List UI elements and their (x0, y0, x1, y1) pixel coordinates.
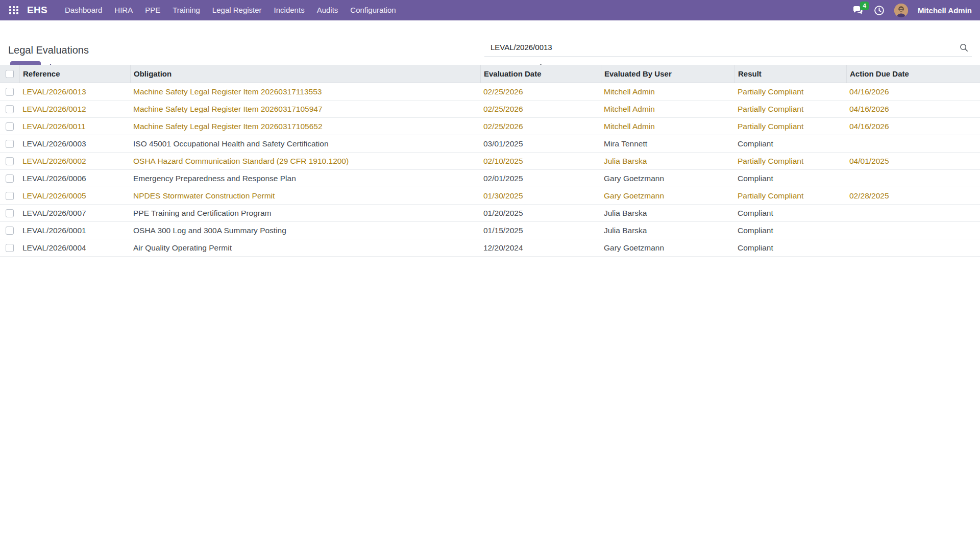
cell-evaluated-by[interactable]: Julia Barska (601, 226, 734, 235)
cell-result[interactable]: Partially Compliant (734, 87, 846, 96)
menu-item-ppe[interactable]: PPE (139, 0, 166, 20)
table-row[interactable]: LEVAL/2026/0002 OSHA Hazard Communicatio… (0, 153, 980, 170)
cell-reference[interactable]: LEVAL/2026/0005 (19, 191, 130, 201)
messages-icon[interactable]: 4 (852, 4, 864, 16)
row-select-cell (0, 192, 19, 200)
cell-result[interactable]: Compliant (734, 139, 846, 148)
app-name[interactable]: EHS (27, 5, 47, 16)
column-header-reference[interactable]: Reference (19, 65, 130, 83)
cell-result[interactable]: Compliant (734, 226, 846, 235)
table-row[interactable]: LEVAL/2026/0003 ISO 45001 Occupational H… (0, 135, 980, 153)
cell-result[interactable]: Partially Compliant (734, 122, 846, 131)
column-header-result[interactable]: Result (734, 65, 846, 83)
cell-evaluation-date[interactable]: 01/15/2025 (480, 226, 601, 235)
column-header-evaluation-date[interactable]: Evaluation Date (480, 65, 601, 83)
menu-item-legal-register[interactable]: Legal Register (206, 0, 268, 20)
cell-evaluation-date[interactable]: 02/25/2026 (480, 105, 601, 114)
cell-reference[interactable]: LEVAL/2026/0004 (19, 243, 130, 253)
column-header-evaluated-by[interactable]: Evaluated By User (601, 65, 734, 83)
row-checkbox[interactable] (6, 88, 14, 96)
cell-result[interactable]: Partially Compliant (734, 191, 846, 201)
cell-reference[interactable]: LEVAL/2026/0002 (19, 157, 130, 166)
menu-item-training[interactable]: Training (166, 0, 206, 20)
row-checkbox[interactable] (6, 122, 14, 131)
cell-evaluation-date[interactable]: 02/10/2025 (480, 157, 601, 166)
cell-action-due-date[interactable]: 04/16/2026 (846, 105, 980, 114)
cell-evaluated-by[interactable]: Julia Barska (601, 209, 734, 218)
column-header-obligation[interactable]: Obligation (130, 65, 480, 83)
cell-reference[interactable]: LEVAL/2026/0007 (19, 209, 130, 218)
cell-reference[interactable]: LEVAL/2026/0012 (19, 105, 130, 114)
cell-result[interactable]: Partially Compliant (734, 157, 846, 166)
table-row[interactable]: LEVAL/2026/0013 Machine Safety Legal Reg… (0, 83, 980, 101)
cell-result[interactable]: Compliant (734, 174, 846, 183)
cell-obligation[interactable]: OSHA 300 Log and 300A Summary Posting (130, 226, 480, 235)
menu-item-incidents[interactable]: Incidents (268, 0, 311, 20)
cell-evaluated-by[interactable]: Mira Tennett (601, 139, 734, 148)
search-input[interactable] (484, 41, 972, 56)
cell-reference[interactable]: LEVAL/2026/0011 (19, 122, 130, 131)
apps-grid-icon[interactable] (9, 6, 19, 14)
row-checkbox[interactable] (6, 192, 14, 200)
select-all-cell (0, 65, 19, 83)
cell-result[interactable]: Partially Compliant (734, 105, 846, 114)
cell-obligation[interactable]: NPDES Stormwater Construction Permit (130, 191, 480, 201)
menu-item-configuration[interactable]: Configuration (344, 0, 402, 20)
column-header-action-due-date[interactable]: Action Due Date (846, 65, 980, 83)
cell-obligation[interactable]: Machine Safety Legal Register Item 20260… (130, 122, 480, 131)
cell-evaluated-by[interactable]: Mitchell Admin (601, 105, 734, 114)
menu-item-audits[interactable]: Audits (311, 0, 345, 20)
cell-evaluation-date[interactable]: 02/25/2026 (480, 87, 601, 96)
cell-obligation[interactable]: OSHA Hazard Communication Standard (29 C… (130, 157, 480, 166)
row-checkbox[interactable] (6, 174, 14, 183)
row-checkbox[interactable] (6, 157, 14, 165)
menu-item-hira[interactable]: HIRA (108, 0, 139, 20)
user-name[interactable]: Mitchell Admin (918, 6, 972, 15)
search-icon[interactable] (959, 43, 969, 55)
cell-obligation[interactable]: ISO 45001 Occupational Health and Safety… (130, 139, 480, 148)
menu-item-dashboard[interactable]: Dashboard (59, 0, 108, 20)
cell-reference[interactable]: LEVAL/2026/0006 (19, 174, 130, 183)
cell-result[interactable]: Compliant (734, 243, 846, 253)
cell-evaluated-by[interactable]: Mitchell Admin (601, 87, 734, 96)
cell-evaluation-date[interactable]: 01/20/2025 (480, 209, 601, 218)
cell-evaluated-by[interactable]: Mitchell Admin (601, 122, 734, 131)
cell-reference[interactable]: LEVAL/2026/0013 (19, 87, 130, 96)
row-checkbox[interactable] (6, 227, 14, 235)
cell-reference[interactable]: LEVAL/2026/0003 (19, 139, 130, 148)
cell-obligation[interactable]: Machine Safety Legal Register Item 20260… (130, 87, 480, 96)
cell-evaluated-by[interactable]: Gary Goetzmann (601, 174, 734, 183)
activities-clock-icon[interactable] (874, 5, 885, 16)
cell-obligation[interactable]: PPE Training and Certification Program (130, 209, 480, 218)
table-row[interactable]: LEVAL/2026/0001 OSHA 300 Log and 300A Su… (0, 222, 980, 239)
table-row[interactable]: LEVAL/2026/0005 NPDES Stormwater Constru… (0, 187, 980, 205)
row-checkbox[interactable] (6, 244, 14, 252)
cell-evaluation-date[interactable]: 02/25/2026 (480, 122, 601, 131)
cell-evaluation-date[interactable]: 12/20/2024 (480, 243, 601, 253)
user-avatar[interactable] (894, 4, 908, 17)
cell-action-due-date[interactable]: 04/01/2025 (846, 157, 980, 166)
cell-result[interactable]: Compliant (734, 209, 846, 218)
cell-action-due-date[interactable]: 04/16/2026 (846, 122, 980, 131)
cell-evaluated-by[interactable]: Gary Goetzmann (601, 243, 734, 253)
select-all-checkbox[interactable] (6, 70, 14, 78)
table-row[interactable]: LEVAL/2026/0012 Machine Safety Legal Reg… (0, 101, 980, 118)
cell-evaluation-date[interactable]: 01/30/2025 (480, 191, 601, 201)
cell-evaluation-date[interactable]: 02/01/2025 (480, 174, 601, 183)
table-row[interactable]: LEVAL/2026/0006 Emergency Preparedness a… (0, 170, 980, 187)
table-row[interactable]: LEVAL/2026/0004 Air Quality Operating Pe… (0, 239, 980, 257)
cell-obligation[interactable]: Emergency Preparedness and Response Plan (130, 174, 480, 183)
table-row[interactable]: LEVAL/2026/0007 PPE Training and Certifi… (0, 205, 980, 222)
cell-evaluated-by[interactable]: Gary Goetzmann (601, 191, 734, 201)
cell-evaluated-by[interactable]: Julia Barska (601, 157, 734, 166)
cell-obligation[interactable]: Air Quality Operating Permit (130, 243, 480, 253)
row-checkbox[interactable] (6, 105, 14, 113)
cell-reference[interactable]: LEVAL/2026/0001 (19, 226, 130, 235)
cell-action-due-date[interactable]: 04/16/2026 (846, 87, 980, 96)
cell-obligation[interactable]: Machine Safety Legal Register Item 20260… (130, 105, 480, 114)
cell-action-due-date[interactable]: 02/28/2025 (846, 191, 980, 201)
row-checkbox[interactable] (6, 140, 14, 148)
row-checkbox[interactable] (6, 209, 14, 217)
table-row[interactable]: LEVAL/2026/0011 Machine Safety Legal Reg… (0, 118, 980, 135)
cell-evaluation-date[interactable]: 03/01/2025 (480, 139, 601, 148)
